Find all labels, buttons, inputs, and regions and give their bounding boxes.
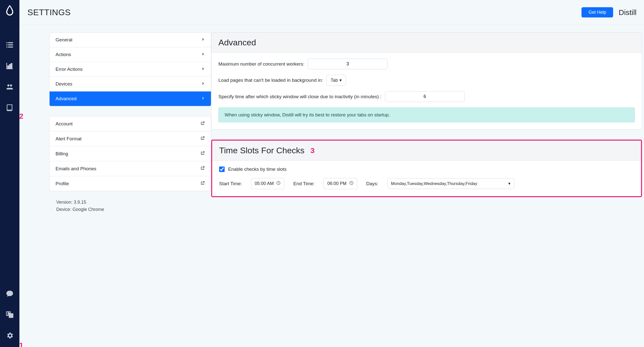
- sidebar-item-general[interactable]: General: [50, 33, 211, 47]
- days-value: Monday,Tuesday,Wednesday,Thursday,Friday: [391, 181, 477, 186]
- get-help-button[interactable]: Get Help: [582, 7, 613, 18]
- external-link-icon: [200, 166, 205, 172]
- caret-down-icon: ▾: [340, 78, 342, 83]
- svg-text:A: A: [10, 314, 12, 317]
- svg-rect-7: [10, 65, 10, 69]
- end-time-value: 06:00 PM: [327, 181, 346, 186]
- sidebar-item-devices[interactable]: Devices: [50, 77, 211, 92]
- svg-rect-8: [11, 64, 12, 69]
- sidebar-item-label: Billing: [56, 151, 68, 157]
- sticky-time-label: Specify time after which sticky window w…: [218, 94, 382, 100]
- sidebar-item-alert-format[interactable]: Alert Format: [50, 131, 211, 146]
- svg-text:文: 文: [8, 312, 10, 315]
- sidebar-item-advanced[interactable]: Advanced: [50, 92, 211, 106]
- sidebar-item-label: Error Actions: [56, 67, 83, 72]
- content-row: 1 2 General Actions Error Actions Device…: [20, 25, 644, 347]
- sidebar-item-label: Account: [56, 121, 73, 127]
- svg-rect-4: [6, 47, 8, 48]
- brand-label: Distill: [618, 8, 636, 17]
- svg-rect-2: [6, 44, 8, 45]
- svg-point-9: [7, 84, 10, 87]
- external-link-icon: [200, 121, 205, 127]
- advanced-panel-header: Advanced: [212, 33, 642, 53]
- chevron-right-icon: [201, 37, 205, 43]
- sidebar-item-label: Profile: [56, 181, 69, 186]
- version-label: Version: 3.9.15: [56, 199, 211, 206]
- external-link-icon: [200, 181, 205, 186]
- sticky-info-banner: When using sticky window, Distill will t…: [218, 107, 635, 122]
- translate-icon[interactable]: 文A: [5, 310, 14, 319]
- sidebar-item-label: Actions: [56, 52, 71, 57]
- chevron-right-icon: [201, 81, 205, 87]
- sidebar-item-emails-phones[interactable]: Emails and Phones: [50, 161, 211, 176]
- caret-down-icon: ▾: [508, 181, 510, 186]
- svg-rect-0: [6, 42, 8, 43]
- svg-rect-1: [8, 42, 13, 43]
- load-pages-value: Tab: [331, 78, 338, 83]
- timeslots-panel-header: Time Slots For Checks 3: [212, 141, 641, 161]
- sticky-time-input[interactable]: [385, 91, 465, 102]
- enable-timeslots-checkbox[interactable]: [219, 167, 225, 172]
- days-select[interactable]: Monday,Tuesday,Wednesday,Thursday,Friday…: [387, 178, 514, 189]
- svg-rect-3: [8, 44, 13, 45]
- sidebar-item-label: Alert Format: [56, 136, 82, 142]
- clock-icon: [349, 181, 354, 186]
- sidebar-item-actions[interactable]: Actions: [50, 47, 211, 62]
- enable-timeslots-label: Enable checks by time slots: [228, 167, 286, 172]
- chat-icon[interactable]: [5, 289, 14, 298]
- list-icon[interactable]: [5, 40, 14, 49]
- settings-group-2: Account Alert Format Billing Emails and …: [49, 116, 211, 191]
- users-icon[interactable]: [5, 82, 14, 91]
- annotation-2: 2: [19, 112, 24, 120]
- settings-sidebar: 1 2 General Actions Error Actions Device…: [20, 33, 211, 347]
- sidebar-item-account[interactable]: Account: [50, 116, 211, 131]
- left-iconbar: 文A: [0, 0, 20, 347]
- external-link-icon: [200, 136, 205, 142]
- timeslots-title: Time Slots For Checks: [219, 146, 304, 155]
- advanced-panel: Advanced Maximum number of concurrent wo…: [211, 33, 642, 130]
- sidebar-item-label: Advanced: [56, 96, 77, 102]
- load-pages-select[interactable]: Tab ▾: [326, 75, 346, 86]
- days-label: Days:: [366, 181, 378, 186]
- timeslots-panel: Time Slots For Checks 3 Enable checks by…: [211, 140, 642, 197]
- max-workers-label: Maximum number of concurrent workers:: [218, 61, 304, 67]
- clock-icon: [276, 181, 281, 186]
- settings-group-1: General Actions Error Actions Devices Ad…: [49, 33, 211, 106]
- sidebar-item-label: Emails and Phones: [56, 166, 96, 172]
- sidebar-item-label: Devices: [56, 81, 72, 87]
- logo-drop-icon: [6, 5, 14, 15]
- sidebar-item-billing[interactable]: Billing: [50, 146, 211, 161]
- svg-rect-6: [8, 66, 9, 69]
- main-area: SETTINGS Get Help Distill 1 2 General Ac…: [20, 0, 644, 347]
- settings-content: Advanced Maximum number of concurrent wo…: [211, 33, 644, 347]
- book-icon[interactable]: [5, 103, 14, 112]
- start-time-value: 05:00 AM: [255, 181, 274, 186]
- sidebar-item-error-actions[interactable]: Error Actions: [50, 62, 211, 77]
- end-time-input[interactable]: 06:00 PM: [324, 178, 357, 189]
- end-time-label: End Time:: [293, 181, 315, 186]
- sidebar-item-label: General: [56, 37, 72, 43]
- settings-gear-icon[interactable]: [5, 331, 14, 340]
- external-link-icon: [200, 151, 205, 157]
- start-time-input[interactable]: 05:00 AM: [251, 178, 284, 189]
- page-title: SETTINGS: [28, 8, 71, 17]
- max-workers-input[interactable]: [308, 59, 388, 69]
- device-label: Device: Google Chrome: [56, 206, 211, 213]
- load-pages-label: Load pages that can't be loaded in backg…: [218, 78, 323, 83]
- version-info: Version: 3.9.15 Device: Google Chrome: [49, 199, 211, 213]
- chevron-right-icon: [201, 67, 205, 72]
- svg-rect-5: [8, 47, 13, 48]
- svg-point-10: [10, 84, 12, 87]
- sidebar-item-profile[interactable]: Profile: [50, 176, 211, 191]
- chevron-right-icon: [201, 52, 205, 57]
- annotation-3: 3: [310, 146, 315, 155]
- topbar: SETTINGS Get Help Distill: [20, 0, 644, 25]
- annotation-1: 1: [19, 341, 24, 347]
- start-time-label: Start Time:: [219, 181, 242, 186]
- chevron-right-icon: [201, 96, 205, 102]
- bar-chart-icon[interactable]: [5, 61, 14, 70]
